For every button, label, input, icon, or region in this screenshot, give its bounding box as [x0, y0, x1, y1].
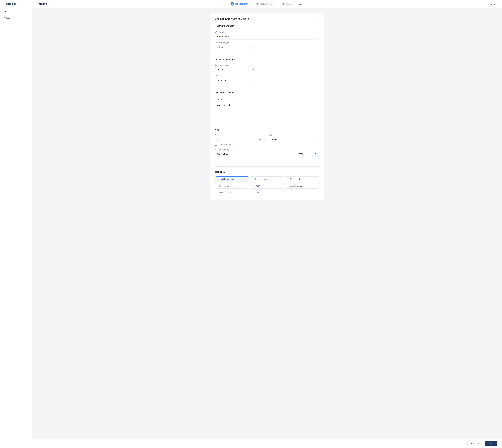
- preview-button[interactable]: Preview: [486, 2, 497, 6]
- benefit-other[interactable]: + Other...: [250, 190, 284, 195]
- step-2-application-form[interactable]: 2 Application Form: [253, 2, 277, 6]
- pay-amount-input-group: $ ▾: [215, 137, 266, 142]
- sidebar: FUNCTION + Add Job ≡ Jobs: [0, 0, 32, 448]
- step-3-source-candidates[interactable]: 3 Source Candidates: [279, 2, 305, 6]
- pay-rate-select-wrap: per hour per day per week per month per …: [268, 137, 319, 142]
- company-industry-field: Company Industry Construction Technology…: [215, 64, 319, 72]
- benefits-section-title: Benefits: [215, 171, 319, 174]
- sidebar-item-jobs[interactable]: ≡ Jobs: [2, 16, 30, 20]
- company-industry-select[interactable]: Construction Technology Healthcare Finan…: [215, 67, 256, 72]
- job-title-field: [215, 23, 319, 29]
- benefit-other-label: Other...: [255, 192, 261, 194]
- benefit-parental-leave[interactable]: + Parental Leave: [215, 190, 249, 195]
- benefit-dental-insurance-label: Dental Insurance: [255, 178, 269, 180]
- benefit-add-icon-dental: +: [252, 178, 253, 180]
- employment-type-field: Employment Type Full Time Part Time Cont…: [215, 42, 319, 50]
- supplemental-amount-group: $ ▾: [296, 152, 319, 157]
- work-location-input[interactable]: [215, 34, 319, 39]
- benefit-401k[interactable]: + 401(k): [250, 183, 284, 189]
- next-button[interactable]: Next: [485, 441, 497, 446]
- supplemental-currency-arrow-icon: ▾: [317, 153, 317, 155]
- company-industry-label: Company Industry: [215, 64, 319, 66]
- employment-type-label: Employment Type: [215, 42, 319, 44]
- job-description-section-title: Job Description: [215, 91, 319, 94]
- editor-container: B I ≡ Apply for this job: [215, 97, 319, 120]
- form-card: Job and Employment Details Work location…: [210, 13, 324, 200]
- pay-range-label[interactable]: Enter pay range: [218, 144, 231, 146]
- supplemental-pay-row: $ ▾: [215, 152, 319, 157]
- step-connector-2: ›: [278, 3, 278, 5]
- currency-arrow-icon: ▾: [260, 139, 261, 141]
- role-label: Role: [215, 75, 319, 77]
- target-candidate-section-title: Target Candidate: [215, 58, 319, 61]
- section-divider-2: [215, 87, 319, 87]
- benefit-add-icon-pto: +: [287, 178, 289, 180]
- supplemental-type-input[interactable]: [215, 152, 294, 157]
- job-description-editor: B I ≡ Apply for this job: [215, 97, 319, 120]
- benefits-grid: ✓ Health Insurance + Dental Insurance + …: [215, 176, 319, 195]
- pay-range-checkbox[interactable]: [215, 144, 217, 146]
- supplemental-amount-input[interactable]: [296, 152, 313, 157]
- employment-type-select[interactable]: Full Time Part Time Contract: [215, 45, 256, 50]
- step-2-number: 2: [256, 2, 259, 6]
- step-1-label: Job Description: [235, 3, 248, 5]
- rate-group: Rate per hour per day per week per month…: [268, 134, 319, 142]
- benefit-add-icon-vision: +: [287, 185, 289, 187]
- pay-amount-input[interactable]: [215, 137, 257, 142]
- bold-button[interactable]: B: [217, 98, 219, 101]
- benefit-vision-insurance-label: Vision Insurance: [290, 185, 304, 187]
- benefit-health-insurance-label: Health Insurance: [220, 178, 234, 180]
- currency-symbol: $: [259, 138, 260, 141]
- work-location-label: Work location: [215, 31, 319, 33]
- benefit-401k-label: 401(k): [255, 185, 260, 187]
- section-divider-1: [215, 54, 319, 54]
- pay-rate-select[interactable]: per hour per day per week per month per …: [268, 137, 319, 142]
- role-field: Role: [215, 75, 319, 83]
- benefit-dental-insurance[interactable]: + Dental Insurance: [250, 176, 284, 182]
- steps-nav: 1 Job Description › 2 Application Form ›…: [228, 2, 305, 6]
- job-employment-section-title: Job and Employment Details: [215, 17, 319, 20]
- benefit-vision-insurance[interactable]: + Vision Insurance: [285, 183, 319, 189]
- currency-select[interactable]: $ ▾: [257, 137, 266, 142]
- step-1-job-description[interactable]: 1 Job Description: [228, 2, 251, 6]
- job-title-input[interactable]: [215, 23, 319, 29]
- benefit-add-icon-other: +: [252, 192, 253, 194]
- supplemental-currency-select[interactable]: $ ▾: [313, 152, 319, 157]
- list-button[interactable]: ≡: [223, 98, 226, 101]
- supplemental-currency-symbol: $: [315, 153, 316, 155]
- benefit-paid-time-off-label: Paid time off: [290, 178, 300, 180]
- benefit-parental-leave-label: Parental Leave: [219, 192, 232, 194]
- rate-label: Rate: [268, 134, 319, 136]
- job-description-editor-body[interactable]: Apply for this job: [215, 102, 319, 120]
- benefit-add-icon-life: +: [217, 185, 218, 187]
- supplemental-pay-field: Supplemental Pay $ ▾ +: [215, 149, 319, 162]
- step-2-label: Application Form: [260, 3, 274, 5]
- logo: FUNCTION: [2, 2, 30, 6]
- editor-toolbar: B I ≡: [215, 97, 319, 102]
- form-footer: Save Draft Next: [32, 439, 502, 448]
- step-1-number: 1: [231, 2, 234, 5]
- amount-group: Amount $ ▾: [215, 134, 266, 142]
- role-input[interactable]: [215, 78, 256, 83]
- top-header: Add Job 1 Job Description › 2 Applicatio…: [32, 0, 502, 8]
- amount-label: Amount: [215, 134, 266, 136]
- save-draft-button[interactable]: Save Draft: [468, 441, 483, 446]
- jobs-icon: ≡: [3, 17, 5, 19]
- pay-row: Amount $ ▾ Rate per: [215, 134, 319, 142]
- sidebar-item-label: Jobs: [6, 17, 10, 19]
- supplemental-pay-label: Supplemental Pay: [215, 149, 319, 151]
- add-job-button[interactable]: + Add Job: [2, 9, 30, 14]
- form-content: Job and Employment Details Work location…: [32, 8, 502, 439]
- benefit-add-icon-parental: +: [217, 192, 218, 194]
- benefit-health-insurance[interactable]: ✓ Health Insurance: [215, 176, 249, 182]
- benefit-life-insurance[interactable]: + Life Insurance: [215, 183, 249, 189]
- step-3-number: 3: [282, 2, 285, 6]
- step-3-label: Source Candidates: [286, 3, 302, 5]
- benefit-life-insurance-label: Life Insurance: [219, 185, 231, 187]
- benefit-add-icon-401k: +: [252, 185, 253, 187]
- page-title: Add Job: [37, 2, 47, 5]
- italic-button[interactable]: I: [220, 98, 222, 101]
- benefit-paid-time-off[interactable]: + Paid time off: [285, 176, 319, 182]
- add-supplemental-button[interactable]: +: [215, 158, 219, 162]
- work-location-field: Work location: [215, 31, 319, 39]
